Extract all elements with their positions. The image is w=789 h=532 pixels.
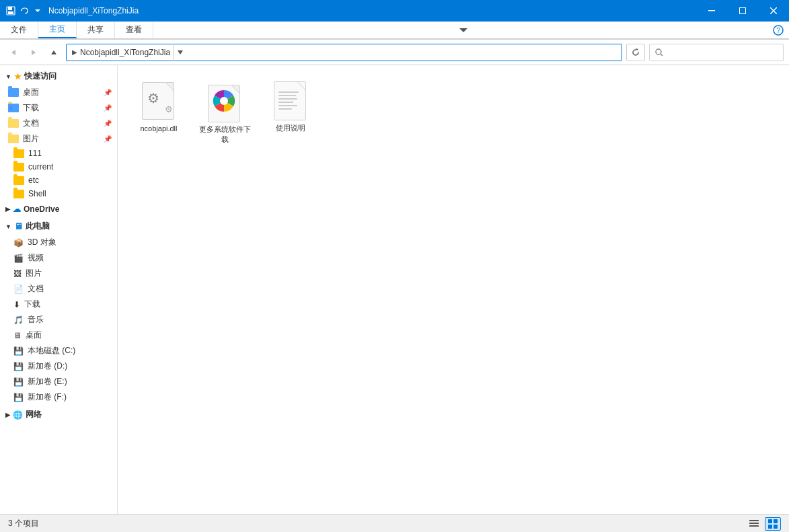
sidebar-item-documents[interactable]: 📄 文档 [0,281,117,297]
sidebar-item-111[interactable]: 111 [0,147,117,160]
sidebar-label: 下载 [23,102,39,114]
folder-icon [13,176,24,185]
tab-share[interactable]: 共享 [77,22,115,38]
downloads-icon: ⬇ [13,300,20,309]
quick-access-label: 快速访问 [24,71,57,82]
sidebar-item-etc[interactable]: etc [0,174,117,187]
sidebar-onedrive-header[interactable]: ▶ ☁ OneDrive [0,202,117,217]
title-bar-left: Ncobjapidll_XiTongZhiJia [5,5,139,16]
sidebar: ▼ ★ 快速访问 桌面 📌 ↓ 下载 📌 文档 📌 [0,65,118,514]
path-dropdown[interactable] [173,44,186,61]
svg-point-16 [656,49,661,54]
tab-view[interactable]: 查看 [115,22,153,38]
address-path[interactable]: ▶ Ncobjapidll_XiTongZhiJia [66,44,622,61]
folder-icon [13,190,24,198]
sidebar-item-pics-quick[interactable]: 图片 📌 [0,131,117,147]
details-view-button[interactable] [765,517,781,531]
up-button[interactable] [46,44,62,61]
file-item-app[interactable]: 更多系统软件下载 [194,76,255,150]
path-text: Ncobjapidll_XiTongZhiJia [80,48,170,57]
sidebar-item-3d[interactable]: 📦 3D 对象 [0,235,117,250]
music-icon: 🎵 [13,315,24,325]
app-icon [204,81,245,122]
address-bar: ▶ Ncobjapidll_XiTongZhiJia [0,40,789,65]
download-folder-icon: ↓ [8,104,19,112]
search-icon [655,48,663,56]
sidebar-item-desktop[interactable]: 🖥 桌面 [0,328,117,343]
drive-d-icon: 💾 [13,362,24,371]
sidebar-label: 文档 [23,118,39,129]
list-view-button[interactable] [746,517,762,531]
network-label: 网络 [26,409,42,420]
tab-home[interactable]: 主页 [38,22,77,38]
file-item-dll[interactable]: ⚙ ⚙ ncobjapi.dll [128,76,189,150]
sidebar-item-music[interactable]: 🎵 音乐 [0,312,117,328]
app-file-label: 更多系统软件下载 [197,124,252,145]
sidebar-label: 视频 [28,252,44,264]
help-icon[interactable]: ? [773,22,789,38]
sidebar-label: 音乐 [28,314,44,326]
sidebar-item-shell[interactable]: Shell [0,187,117,200]
file-item-txt[interactable]: 使用说明 [260,76,321,150]
sidebar-item-video[interactable]: 🎬 视频 [0,250,117,266]
chevron-right-icon2: ▶ [5,412,10,418]
sidebar-label: 文档 [28,283,44,295]
back-button[interactable] [5,44,22,61]
dropdown-icon[interactable] [32,5,43,16]
folder-icon [8,88,19,97]
svg-rect-20 [749,523,759,524]
sidebar-item-docs-quick[interactable]: 文档 📌 [0,116,117,131]
chevron-right-icon: ▶ [5,206,10,213]
sidebar-item-desktop-quick[interactable]: 桌面 📌 [0,85,117,100]
forward-button[interactable] [26,44,42,61]
sidebar-item-e-drive[interactable]: 💾 新加卷 (E:) [0,374,117,389]
dll-icon: ⚙ ⚙ [139,81,179,122]
tab-file[interactable]: 文件 [0,22,38,38]
video-icon: 🎬 [13,254,24,263]
spinner-svg [211,87,237,114]
svg-rect-25 [774,525,778,529]
undo-icon[interactable] [19,5,30,16]
sidebar-item-c-drive[interactable]: 💾 本地磁盘 (C:) [0,343,117,358]
txt-file-icon [274,81,307,120]
minimize-button[interactable] [696,0,727,22]
pin-icon: 📌 [104,104,112,112]
search-input[interactable] [666,48,778,57]
save-icon[interactable] [5,5,16,16]
ribbon-expand[interactable] [454,22,473,38]
sidebar-label: etc [28,176,39,185]
network-icon: 🌐 [13,410,23,420]
refresh-button[interactable] [626,44,645,61]
drive-e-icon: 💾 [13,377,24,387]
svg-marker-15 [636,48,638,50]
sidebar-item-f-drive[interactable]: 💾 新加卷 (F:) [0,389,117,405]
pictures-icon: 🖼 [13,269,22,278]
maximize-button[interactable] [727,0,758,22]
folder-icon [13,149,24,158]
sidebar-item-current[interactable]: current [0,160,117,174]
3d-icon: 📦 [13,238,24,248]
ribbon: 文件 主页 共享 查看 ? [0,22,789,40]
sidebar-label: Shell [28,189,46,198]
sidebar-network-header[interactable]: ▶ 🌐 网络 [0,406,117,423]
svg-rect-2 [8,11,13,14]
svg-marker-13 [51,50,57,54]
folder-icon [13,163,24,172]
quick-access-icon: ★ [14,72,22,81]
sidebar-thispc-header[interactable]: ▼ 🖥 此电脑 [0,218,117,235]
sidebar-item-download-quick[interactable]: ↓ 下载 📌 [0,100,117,116]
close-button[interactable] [758,0,789,22]
sidebar-item-pictures[interactable]: 🖼 图片 [0,266,117,281]
pin-icon: 📌 [104,135,112,143]
sidebar-item-d-drive[interactable]: 💾 新加卷 (D:) [0,358,117,374]
svg-point-18 [220,97,228,105]
chevron-down-icon: ▼ [5,73,11,80]
sidebar-label: 桌面 [26,330,42,341]
title-bar-controls [696,0,789,22]
sidebar-item-downloads[interactable]: ⬇ 下载 [0,297,117,312]
search-box[interactable] [649,44,784,61]
thispc-label: 此电脑 [26,221,50,232]
sidebar-quick-access-header[interactable]: ▼ ★ 快速访问 [0,68,117,85]
svg-marker-8 [459,28,467,32]
svg-rect-22 [768,519,772,523]
